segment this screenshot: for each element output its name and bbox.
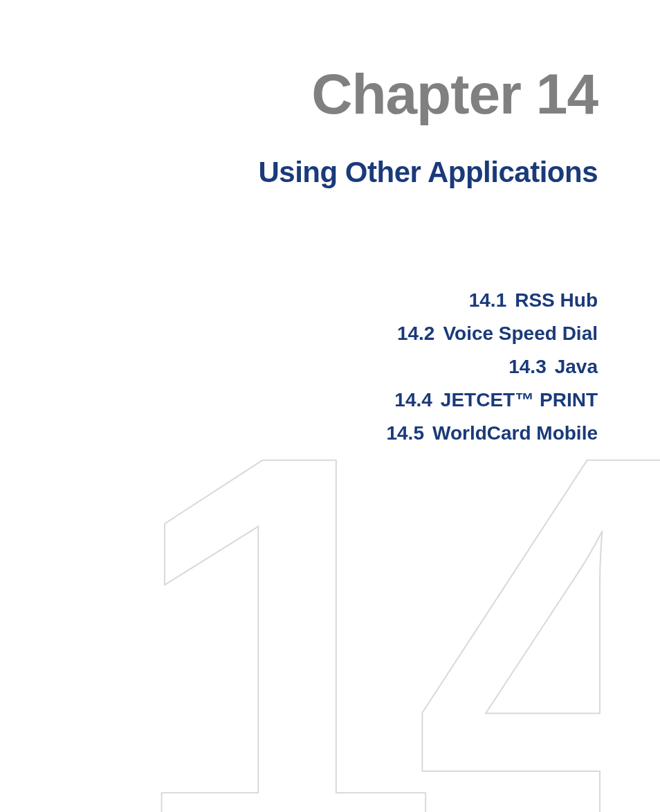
chapter-subtitle: Using Other Applications [0,156,598,189]
page: 14 Chapter 14 Using Other Applications 1… [0,0,660,812]
toc-item-label: Voice Speed Dial [443,323,598,344]
toc-item-label: RSS Hub [515,289,598,311]
toc-item[interactable]: 14.4JETCET™ PRINT [0,386,598,415]
toc-item-number: 14.4 [394,389,432,410]
background-chapter-number: 14 [126,442,660,812]
toc-item-number: 14.5 [386,422,424,444]
toc-item-label: JETCET™ PRINT [441,389,598,410]
content-area: Chapter 14 Using Other Applications 14.1… [0,0,660,448]
toc-item[interactable]: 14.3Java [0,352,598,381]
toc-item-number: 14.2 [397,323,435,344]
toc-item[interactable]: 14.5WorldCard Mobile [0,419,598,448]
chapter-title: Chapter 14 [0,66,598,123]
table-of-contents: 14.1RSS Hub 14.2Voice Speed Dial 14.3Jav… [0,286,598,448]
toc-item-number: 14.1 [469,289,507,311]
toc-item-number: 14.3 [508,356,547,377]
toc-item[interactable]: 14.2Voice Speed Dial [0,319,598,348]
toc-item[interactable]: 14.1RSS Hub [0,286,598,315]
toc-item-label: Java [555,356,598,377]
toc-item-label: WorldCard Mobile [432,422,598,444]
